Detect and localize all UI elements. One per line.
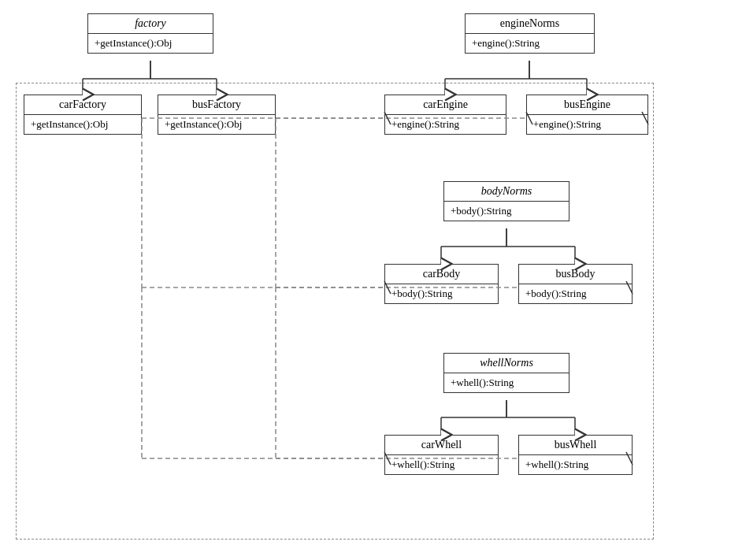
class-whellnorms-method: +whell():String bbox=[444, 373, 569, 392]
class-carbody: carBody +body():String bbox=[384, 264, 499, 304]
class-bodynorms: bodyNorms +body():String bbox=[443, 181, 569, 221]
class-busfactory: busFactory +getInstance():Obj bbox=[158, 95, 276, 135]
class-whellnorms-name: whellNorms bbox=[444, 354, 569, 373]
class-carengine-method: +engine():String bbox=[385, 115, 506, 134]
class-carfactory-name: carFactory bbox=[24, 95, 141, 115]
class-carbody-name: carBody bbox=[385, 265, 498, 284]
class-carwhell-method: +whell():String bbox=[385, 455, 498, 474]
class-carengine-name: carEngine bbox=[385, 95, 506, 115]
class-carwhell-name: carWhell bbox=[385, 436, 498, 455]
uml-diagram: factory +getInstance():Obj carFactory +g… bbox=[0, 0, 742, 560]
class-busengine-name: busEngine bbox=[527, 95, 647, 115]
class-busbody-name: busBody bbox=[519, 265, 632, 284]
class-carengine: carEngine +engine():String bbox=[384, 95, 506, 135]
class-factory-name: factory bbox=[88, 14, 213, 34]
class-busbody-method: +body():String bbox=[519, 284, 632, 303]
class-busfactory-name: busFactory bbox=[158, 95, 275, 115]
class-busengine-method: +engine():String bbox=[527, 115, 647, 134]
class-carwhell: carWhell +whell():String bbox=[384, 435, 499, 475]
class-busengine: busEngine +engine():String bbox=[526, 95, 648, 135]
class-carfactory-method: +getInstance():Obj bbox=[24, 115, 141, 134]
class-busfactory-method: +getInstance():Obj bbox=[158, 115, 275, 134]
class-buswhell-name: busWhell bbox=[519, 436, 632, 455]
class-whellnorms: whellNorms +whell():String bbox=[443, 353, 569, 393]
class-factory-method: +getInstance():Obj bbox=[88, 34, 213, 53]
class-enginenorms-method: +engine():String bbox=[466, 34, 594, 53]
class-enginenorms-name: engineNorms bbox=[466, 14, 594, 34]
class-factory: factory +getInstance():Obj bbox=[87, 13, 213, 54]
class-enginenorms: engineNorms +engine():String bbox=[465, 13, 595, 54]
class-carfactory: carFactory +getInstance():Obj bbox=[24, 95, 142, 135]
class-bodynorms-name: bodyNorms bbox=[444, 182, 569, 202]
class-carbody-method: +body():String bbox=[385, 284, 498, 303]
class-bodynorms-method: +body():String bbox=[444, 202, 569, 221]
class-buswhell: busWhell +whell():String bbox=[518, 435, 633, 475]
class-buswhell-method: +whell():String bbox=[519, 455, 632, 474]
class-busbody: busBody +body():String bbox=[518, 264, 633, 304]
